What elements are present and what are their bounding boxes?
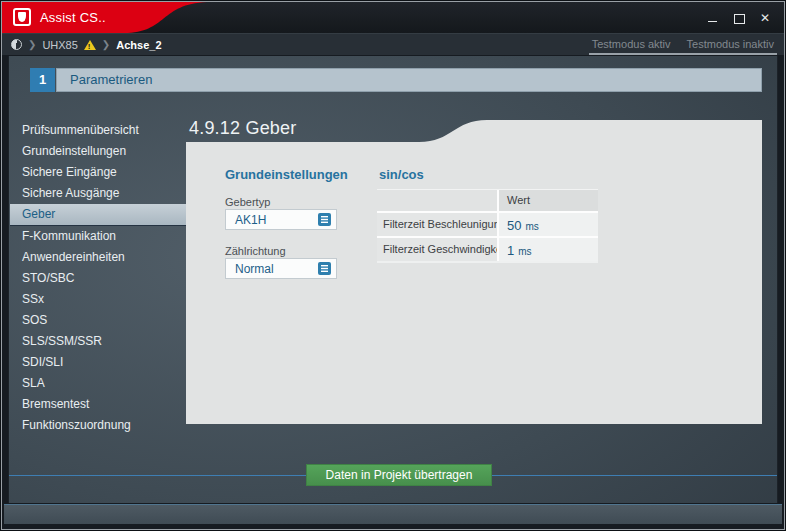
device-icon[interactable] (11, 39, 22, 50)
sidebar-item-sichere-eingaenge[interactable]: Sichere Eingänge (10, 162, 187, 183)
sidebar-item-grundeinstellungen[interactable]: Grundeinstellungen (10, 141, 187, 162)
sidebar-item-ssx[interactable]: SSx (10, 289, 187, 310)
sidebar-item-f-kommunikation[interactable]: F-Kommunikation (10, 226, 187, 247)
filterzeit-geschwindigkeit-input[interactable]: 1ms (497, 238, 598, 261)
list-dropdown-icon[interactable] (318, 262, 331, 275)
minimize-icon[interactable] (706, 11, 720, 25)
row-unit: ms (525, 221, 538, 232)
row-label: Filterzeit Beschleunigung (377, 213, 497, 236)
breadcrumb-bar: ❯ UHX85 ! ❯ Achse_2 Testmodus aktiv Test… (2, 33, 784, 55)
sidebar-item-sto-sbc[interactable]: STO/SBC (10, 268, 187, 289)
title-bar: Assist CS.. ✕ (2, 2, 784, 33)
zaehlrichtung-value: Normal (226, 262, 318, 276)
row-value: 50 (507, 218, 521, 233)
breadcrumb: ❯ UHX85 ! ❯ Achse_2 (11, 34, 162, 55)
table-row: Filterzeit Beschleunigung 50ms (377, 211, 598, 236)
chevron-right-icon: ❯ (102, 39, 110, 50)
chevron-right-icon: ❯ (28, 39, 36, 50)
testmode-inactive-button[interactable]: Testmodus inaktiv (687, 34, 774, 53)
content-panel (186, 142, 762, 424)
sincos-table: Wert Filterzeit Beschleunigung 50ms Filt… (377, 189, 598, 263)
app-title: Assist CS.. (40, 2, 106, 33)
transfer-to-project-button[interactable]: Daten in Projekt übertragen (306, 464, 492, 486)
app-logo-icon (13, 8, 31, 26)
gebertyp-dropdown[interactable]: AK1H (225, 209, 337, 230)
sidebar-nav: Prüfsummenübersicht Grundeinstellungen S… (10, 120, 187, 436)
list-dropdown-icon[interactable] (318, 213, 331, 226)
sidebar-item-geber[interactable]: Geber (10, 204, 187, 226)
step-number-badge: 1 (30, 68, 55, 92)
testmode-switch: Testmodus aktiv Testmodus inaktiv (589, 34, 777, 55)
row-value: 1 (507, 243, 514, 258)
sidebar-item-sls-ssm-ssr[interactable]: SLS/SSM/SSR (10, 331, 187, 352)
table-header-row: Wert (377, 190, 598, 211)
step-bar: 1 Parametrieren (30, 68, 762, 92)
zaehlrichtung-dropdown[interactable]: Normal (225, 258, 337, 279)
main-area: 1 Parametrieren Prüfsummenübersicht Grun… (8, 56, 778, 503)
header-wert: Wert (497, 190, 598, 211)
breadcrumb-device[interactable]: UHX85 (42, 39, 77, 51)
close-icon[interactable]: ✕ (758, 11, 772, 25)
sidebar-item-bremsentest[interactable]: Bremsentest (10, 394, 187, 415)
gebertyp-value: AK1H (226, 213, 318, 227)
sidebar-item-pruefsummenuebersicht[interactable]: Prüfsummenübersicht (10, 120, 187, 141)
breadcrumb-axis[interactable]: Achse_2 (116, 39, 161, 51)
step-parametrieren-tab[interactable]: Parametrieren (56, 68, 762, 92)
app-window: Assist CS.. ✕ ❯ UHX85 ! ❯ Achse_2 Testmo… (1, 1, 785, 530)
status-bar (4, 504, 782, 524)
sidebar-item-anwendereinheiten[interactable]: Anwendereinheiten (10, 247, 187, 268)
section-grundeinstellungen-title: Grundeinstellungen (225, 167, 348, 182)
table-row: Filterzeit Geschwindigkeit 1ms (377, 236, 598, 261)
sidebar-item-sdi-sli[interactable]: SDI/SLI (10, 352, 187, 373)
window-controls: ✕ (706, 2, 772, 33)
zaehlrichtung-label: Zählrichtung (225, 245, 286, 257)
row-unit: ms (518, 246, 531, 257)
sidebar-item-funktionszuordnung[interactable]: Funktionszuordnung (10, 415, 187, 436)
section-sincos-title: sin/cos (379, 167, 424, 182)
gebertyp-label: Gebertyp (225, 196, 270, 208)
warning-icon: ! (84, 40, 96, 50)
header-empty-cell (377, 190, 497, 211)
testmode-active-button[interactable]: Testmodus aktiv (592, 34, 671, 53)
row-label: Filterzeit Geschwindigkeit (377, 238, 497, 261)
maximize-icon[interactable] (732, 11, 746, 25)
filterzeit-beschleunigung-input[interactable]: 50ms (497, 213, 598, 236)
sidebar-item-sos[interactable]: SOS (10, 310, 187, 331)
page-title: 4.9.12 Geber (189, 118, 296, 139)
red-swoosh-decoration (2, 2, 217, 33)
sidebar-item-sla[interactable]: SLA (10, 373, 187, 394)
sidebar-item-sichere-ausgaenge[interactable]: Sichere Ausgänge (10, 183, 187, 204)
